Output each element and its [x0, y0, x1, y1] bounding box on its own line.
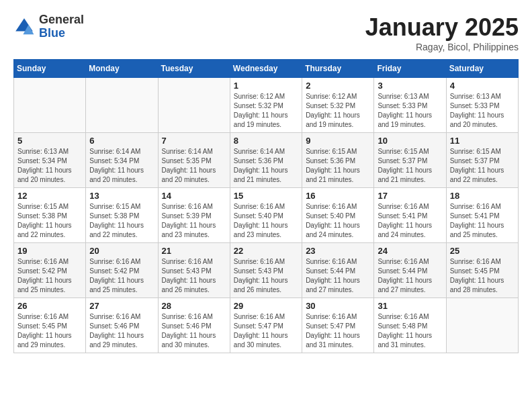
day-info: Sunrise: 6:12 AMSunset: 5:32 PMDaylight:… [234, 92, 298, 130]
calendar-cell: 5Sunrise: 6:13 AMSunset: 5:34 PMDaylight… [14, 133, 86, 188]
calendar-cell: 29Sunrise: 6:16 AMSunset: 5:47 PMDayligh… [230, 298, 302, 353]
day-number: 6 [89, 136, 154, 146]
day-info: Sunrise: 6:15 AMSunset: 5:38 PMDaylight:… [89, 202, 154, 240]
calendar-cell [86, 78, 158, 133]
day-info: Sunrise: 6:16 AMSunset: 5:45 PMDaylight:… [17, 312, 82, 350]
calendar-week-row: 1Sunrise: 6:12 AMSunset: 5:32 PMDaylight… [14, 78, 519, 133]
day-number: 2 [306, 81, 370, 91]
day-number: 16 [306, 191, 370, 201]
day-info: Sunrise: 6:16 AMSunset: 5:47 PMDaylight:… [306, 312, 370, 350]
day-info: Sunrise: 6:16 AMSunset: 5:45 PMDaylight:… [450, 257, 515, 295]
day-info: Sunrise: 6:16 AMSunset: 5:43 PMDaylight:… [162, 257, 226, 295]
calendar-cell: 12Sunrise: 6:15 AMSunset: 5:38 PMDayligh… [14, 188, 86, 243]
weekday-header: Monday [86, 60, 158, 78]
day-number: 5 [17, 136, 82, 146]
calendar-cell: 11Sunrise: 6:15 AMSunset: 5:37 PMDayligh… [446, 133, 518, 188]
day-info: Sunrise: 6:16 AMSunset: 5:40 PMDaylight:… [306, 202, 370, 240]
weekday-header: Friday [374, 60, 446, 78]
day-info: Sunrise: 6:16 AMSunset: 5:48 PMDaylight:… [378, 312, 442, 350]
calendar-cell: 21Sunrise: 6:16 AMSunset: 5:43 PMDayligh… [158, 243, 230, 298]
day-number: 12 [17, 191, 82, 201]
day-info: Sunrise: 6:16 AMSunset: 5:42 PMDaylight:… [89, 257, 154, 295]
calendar-cell [14, 78, 86, 133]
calendar-body: 1Sunrise: 6:12 AMSunset: 5:32 PMDaylight… [14, 78, 519, 353]
day-number: 15 [234, 191, 298, 201]
day-number: 27 [89, 301, 154, 311]
day-info: Sunrise: 6:13 AMSunset: 5:34 PMDaylight:… [17, 147, 82, 185]
calendar-cell: 31Sunrise: 6:16 AMSunset: 5:48 PMDayligh… [374, 298, 446, 353]
day-info: Sunrise: 6:14 AMSunset: 5:36 PMDaylight:… [234, 147, 298, 185]
day-info: Sunrise: 6:16 AMSunset: 5:44 PMDaylight:… [378, 257, 442, 295]
day-info: Sunrise: 6:16 AMSunset: 5:47 PMDaylight:… [234, 312, 298, 350]
day-number: 22 [234, 246, 298, 256]
day-number: 17 [378, 191, 442, 201]
day-number: 1 [234, 81, 298, 91]
calendar-cell [158, 78, 230, 133]
title-block: January 2025 Ragay, Bicol, Philippines [365, 13, 519, 52]
logo-general: General [39, 13, 84, 27]
calendar-cell: 6Sunrise: 6:14 AMSunset: 5:34 PMDaylight… [86, 133, 158, 188]
weekday-header: Sunday [14, 60, 86, 78]
day-info: Sunrise: 6:16 AMSunset: 5:39 PMDaylight:… [162, 202, 226, 240]
calendar-cell: 8Sunrise: 6:14 AMSunset: 5:36 PMDaylight… [230, 133, 302, 188]
calendar-cell: 26Sunrise: 6:16 AMSunset: 5:45 PMDayligh… [14, 298, 86, 353]
day-number: 4 [450, 81, 515, 91]
logo: General Blue [13, 13, 84, 40]
day-number: 20 [89, 246, 154, 256]
calendar-cell: 28Sunrise: 6:16 AMSunset: 5:46 PMDayligh… [158, 298, 230, 353]
calendar-cell: 15Sunrise: 6:16 AMSunset: 5:40 PMDayligh… [230, 188, 302, 243]
day-info: Sunrise: 6:15 AMSunset: 5:37 PMDaylight:… [450, 147, 515, 185]
calendar-week-row: 19Sunrise: 6:16 AMSunset: 5:42 PMDayligh… [14, 243, 519, 298]
day-number: 19 [17, 246, 82, 256]
calendar-cell: 3Sunrise: 6:13 AMSunset: 5:33 PMDaylight… [374, 78, 446, 133]
calendar-cell: 13Sunrise: 6:15 AMSunset: 5:38 PMDayligh… [86, 188, 158, 243]
calendar-cell: 2Sunrise: 6:12 AMSunset: 5:32 PMDaylight… [302, 78, 374, 133]
day-number: 10 [378, 136, 442, 146]
calendar-cell: 1Sunrise: 6:12 AMSunset: 5:32 PMDaylight… [230, 78, 302, 133]
day-info: Sunrise: 6:16 AMSunset: 5:42 PMDaylight:… [17, 257, 82, 295]
day-number: 24 [378, 246, 442, 256]
day-info: Sunrise: 6:16 AMSunset: 5:41 PMDaylight:… [378, 202, 442, 240]
weekday-header: Tuesday [158, 60, 230, 78]
day-info: Sunrise: 6:15 AMSunset: 5:37 PMDaylight:… [378, 147, 442, 185]
day-number: 28 [162, 301, 226, 311]
calendar-header: SundayMondayTuesdayWednesdayThursdayFrid… [14, 60, 519, 78]
month-title: January 2025 [365, 13, 519, 42]
day-info: Sunrise: 6:16 AMSunset: 5:41 PMDaylight:… [450, 202, 515, 240]
calendar-week-row: 5Sunrise: 6:13 AMSunset: 5:34 PMDaylight… [14, 133, 519, 188]
calendar-cell: 25Sunrise: 6:16 AMSunset: 5:45 PMDayligh… [446, 243, 518, 298]
day-info: Sunrise: 6:13 AMSunset: 5:33 PMDaylight:… [450, 92, 515, 130]
day-number: 26 [17, 301, 82, 311]
day-info: Sunrise: 6:16 AMSunset: 5:40 PMDaylight:… [234, 202, 298, 240]
day-number: 18 [450, 191, 515, 201]
weekday-row: SundayMondayTuesdayWednesdayThursdayFrid… [14, 60, 519, 78]
day-info: Sunrise: 6:14 AMSunset: 5:34 PMDaylight:… [89, 147, 154, 185]
logo-text: General Blue [39, 13, 84, 40]
day-number: 14 [162, 191, 226, 201]
day-number: 9 [306, 136, 370, 146]
day-number: 23 [306, 246, 370, 256]
day-info: Sunrise: 6:16 AMSunset: 5:46 PMDaylight:… [89, 312, 154, 350]
day-number: 3 [378, 81, 442, 91]
day-info: Sunrise: 6:14 AMSunset: 5:35 PMDaylight:… [162, 147, 226, 185]
logo-icon [13, 16, 35, 38]
day-info: Sunrise: 6:12 AMSunset: 5:32 PMDaylight:… [306, 92, 370, 130]
day-number: 30 [306, 301, 370, 311]
day-info: Sunrise: 6:15 AMSunset: 5:38 PMDaylight:… [17, 202, 82, 240]
day-number: 8 [234, 136, 298, 146]
weekday-header: Wednesday [230, 60, 302, 78]
day-info: Sunrise: 6:15 AMSunset: 5:36 PMDaylight:… [306, 147, 370, 185]
day-info: Sunrise: 6:16 AMSunset: 5:43 PMDaylight:… [234, 257, 298, 295]
calendar-cell: 4Sunrise: 6:13 AMSunset: 5:33 PMDaylight… [446, 78, 518, 133]
calendar-week-row: 26Sunrise: 6:16 AMSunset: 5:45 PMDayligh… [14, 298, 519, 353]
day-number: 31 [378, 301, 442, 311]
calendar-week-row: 12Sunrise: 6:15 AMSunset: 5:38 PMDayligh… [14, 188, 519, 243]
day-number: 7 [162, 136, 226, 146]
day-number: 29 [234, 301, 298, 311]
calendar-cell: 19Sunrise: 6:16 AMSunset: 5:42 PMDayligh… [14, 243, 86, 298]
calendar-cell: 22Sunrise: 6:16 AMSunset: 5:43 PMDayligh… [230, 243, 302, 298]
calendar-cell: 24Sunrise: 6:16 AMSunset: 5:44 PMDayligh… [374, 243, 446, 298]
calendar-cell: 27Sunrise: 6:16 AMSunset: 5:46 PMDayligh… [86, 298, 158, 353]
day-info: Sunrise: 6:16 AMSunset: 5:46 PMDaylight:… [162, 312, 226, 350]
day-info: Sunrise: 6:13 AMSunset: 5:33 PMDaylight:… [378, 92, 442, 130]
